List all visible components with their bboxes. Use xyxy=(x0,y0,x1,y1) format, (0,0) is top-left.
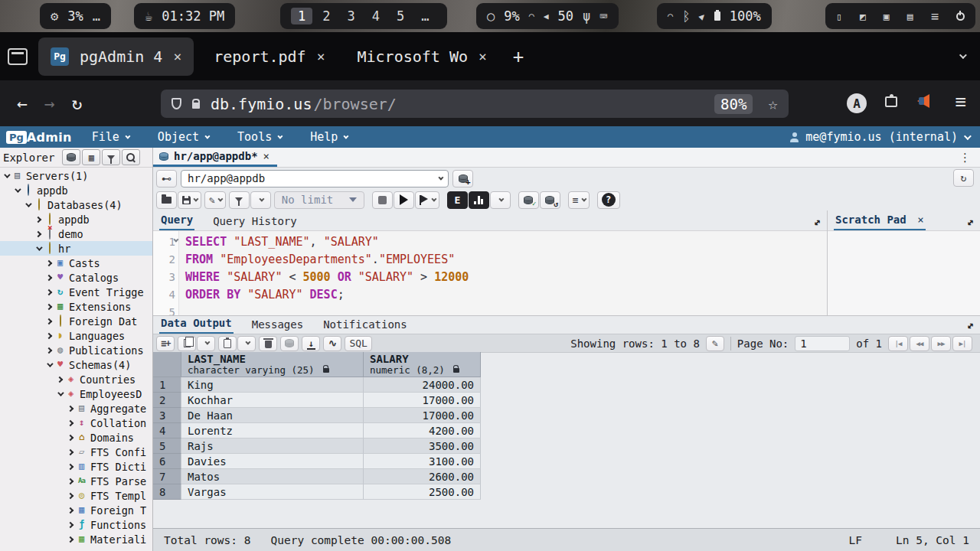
sql-code[interactable]: SELECT "LAST_NAME", "SALARY"FROM "Employ… xyxy=(179,231,469,315)
close-icon[interactable]: × xyxy=(917,214,923,226)
sql-button[interactable]: SQL xyxy=(345,336,371,351)
power-icon[interactable] xyxy=(956,12,965,21)
display-icon[interactable]: ◩ xyxy=(860,11,866,22)
delete-row-button[interactable] xyxy=(259,336,277,351)
connectivity-widget[interactable]: ◠ ᛒ ▶ 100% xyxy=(657,3,772,29)
query-tool-tab[interactable]: hr/app@appdb* × xyxy=(153,148,277,167)
open-file-button[interactable] xyxy=(156,191,177,209)
clipboard-icon[interactable]: ▤ xyxy=(907,11,913,22)
copy-options-button[interactable] xyxy=(197,336,215,351)
menu-object[interactable]: Object xyxy=(158,130,208,144)
lock-icon[interactable] xyxy=(192,103,200,109)
expand-icon[interactable] xyxy=(67,448,74,455)
tree-item-schemas-4[interactable]: ♥Schemas(4) xyxy=(0,357,152,372)
tree-item-fts-confi[interactable]: ▱FTS Confi xyxy=(0,445,152,459)
connection-status-button[interactable]: ⊷ xyxy=(156,170,177,187)
workspace-3[interactable]: 3 xyxy=(341,8,362,24)
cell-last-name[interactable]: Rajs xyxy=(181,439,364,454)
expand-icon[interactable] xyxy=(46,332,52,338)
select-all-corner[interactable] xyxy=(153,352,181,377)
collapse-icon[interactable] xyxy=(57,390,64,396)
tree-item-foreign-t[interactable]: ▦Foreign T xyxy=(0,503,152,517)
tab-data-output[interactable]: Data Output xyxy=(159,315,234,334)
expand-icon[interactable] xyxy=(67,492,74,498)
expand-icon[interactable] xyxy=(46,318,52,324)
cell-salary[interactable]: 3500.00 xyxy=(364,439,481,454)
workspace-2[interactable]: 2 xyxy=(315,8,337,24)
tree-item-hr[interactable]: hr xyxy=(0,241,152,256)
cell-salary[interactable]: 2600.00 xyxy=(364,469,481,484)
tab-list-icon[interactable] xyxy=(8,48,28,65)
column-header-last-name[interactable]: LAST_NAME character varying (25) xyxy=(181,352,364,377)
cell-salary[interactable]: 3100.00 xyxy=(364,454,481,469)
cpu-widget[interactable]: ⚙ 3% … xyxy=(40,3,111,29)
back-icon[interactable]: ← xyxy=(17,93,28,113)
browser-menu-icon[interactable]: ≡ xyxy=(956,91,966,112)
tree-item-functions[interactable]: ƒFunctions xyxy=(0,517,152,532)
bookmark-star-icon[interactable]: ☆ xyxy=(768,95,778,113)
save-file-button[interactable] xyxy=(178,191,201,209)
explain-button[interactable]: E xyxy=(447,191,468,209)
tree-item-appdb[interactable]: appdb xyxy=(0,212,152,227)
new-tab-button[interactable]: + xyxy=(513,46,524,67)
explain-options-button[interactable] xyxy=(490,191,511,209)
cancel-query-button[interactable] xyxy=(372,191,393,209)
extensions-puzzle-icon[interactable] xyxy=(885,96,897,107)
url-bar[interactable]: db.fymio.us /browser/ 80% ☆ xyxy=(161,90,789,118)
tree-item-foreign-dat[interactable]: Foreign Dat xyxy=(0,314,152,328)
cell-salary[interactable]: 17000.00 xyxy=(364,393,481,408)
table-row-de-haan[interactable]: 3De Haan17000.00 xyxy=(153,408,481,423)
view-data-button[interactable]: ▦ xyxy=(82,149,100,165)
tree-item-countries[interactable]: ◈Countries xyxy=(0,372,152,386)
tree-item-databases-4[interactable]: Databases(4) xyxy=(0,197,152,212)
sql-line-2[interactable]: FROM "EmployeesDepartments"."EMPLOYEES" xyxy=(185,251,469,269)
table-row-kochhar[interactable]: 2Kochhar17000.00 xyxy=(153,393,481,408)
collapse-icon[interactable] xyxy=(47,360,53,367)
graph-visualiser-button[interactable]: ∿ xyxy=(323,336,341,351)
commit-button[interactable] xyxy=(518,191,539,209)
menu-tools[interactable]: Tools xyxy=(237,130,281,144)
expand-icon[interactable]: ↔ xyxy=(962,215,978,231)
edit-rows-button[interactable]: ✎ xyxy=(706,336,724,351)
cell-last-name[interactable]: King xyxy=(181,377,364,393)
cell-last-name[interactable]: Kochhar xyxy=(181,393,364,408)
filter-options-button[interactable] xyxy=(250,191,271,209)
clock-widget[interactable]: ☕ 01:32 PM xyxy=(134,3,235,29)
macros-button[interactable]: ≡ xyxy=(568,191,590,209)
tree-item-catalogs[interactable]: ♥Catalogs xyxy=(0,270,152,285)
edit-button[interactable]: ✎ xyxy=(204,191,226,209)
filter-button[interactable] xyxy=(229,191,250,209)
expand-icon[interactable] xyxy=(67,507,74,513)
tab-messages[interactable]: Messages xyxy=(250,316,305,334)
menu-icon[interactable]: ≡ xyxy=(931,8,939,24)
workspace-1[interactable]: 1 xyxy=(291,8,312,24)
first-page-button[interactable]: |◀ xyxy=(888,336,908,351)
system-tray[interactable]: ▯ ◩ ▣ ▤ ≡ xyxy=(825,3,975,29)
expand-icon[interactable] xyxy=(67,419,74,425)
collapse-icon[interactable] xyxy=(4,171,10,178)
close-tab-icon[interactable]: × xyxy=(263,150,270,162)
new-connection-button[interactable] xyxy=(452,170,473,187)
expand-icon[interactable]: ↔ xyxy=(809,215,825,231)
table-row-matos[interactable]: 7Matos2600.00 xyxy=(153,469,481,484)
tab-overflow-chevron-icon[interactable] xyxy=(959,51,967,59)
collapse-icon[interactable] xyxy=(36,244,42,250)
browser-tab-report-pdf[interactable]: report.pdf× xyxy=(201,37,337,76)
tree-item-fts-templ[interactable]: ◎FTS Templ xyxy=(0,488,152,503)
paste-options-button[interactable] xyxy=(237,336,256,351)
last-page-button[interactable]: ▶| xyxy=(952,336,972,351)
execute-options-button[interactable] xyxy=(415,191,439,209)
extension-logo-icon[interactable] xyxy=(917,94,929,108)
tree-item-demo[interactable]: demo xyxy=(0,227,152,241)
cell-salary[interactable]: 24000.00 xyxy=(364,377,481,393)
page-number-input[interactable]: 1 xyxy=(795,336,850,351)
filter-button[interactable] xyxy=(102,149,120,165)
tree-item-servers-1[interactable]: ▤Servers(1) xyxy=(0,168,152,183)
connection-select[interactable]: hr/app@appdb xyxy=(181,170,449,187)
expand-icon[interactable] xyxy=(67,434,74,440)
workspace-4[interactable]: 4 xyxy=(365,8,387,24)
account-icon[interactable]: A xyxy=(847,93,867,113)
cell-last-name[interactable]: De Haan xyxy=(181,408,364,423)
tree-item-appdb[interactable]: appdb xyxy=(0,183,152,197)
help-button[interactable]: ? xyxy=(597,191,620,209)
